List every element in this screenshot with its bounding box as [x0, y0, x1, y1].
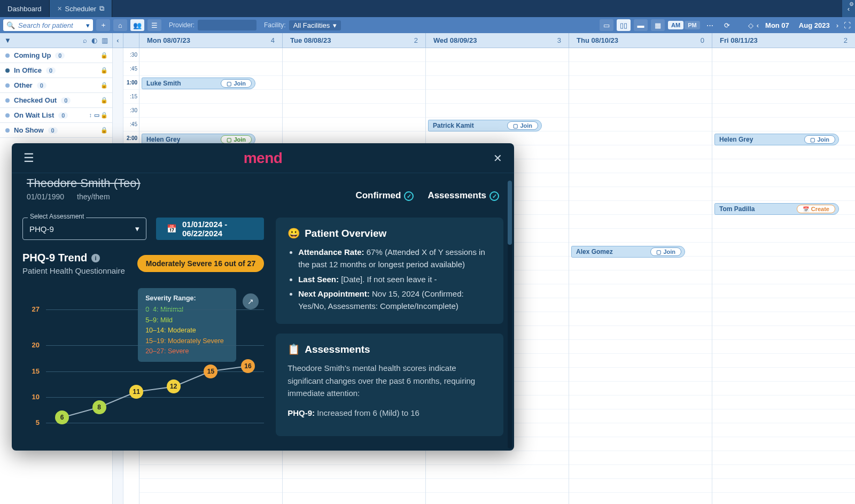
- appointment[interactable]: Tom Padilla 📅Create: [714, 203, 839, 215]
- funnel-icon[interactable]: ▼: [4, 36, 11, 44]
- chart-point[interactable]: 8: [92, 400, 106, 414]
- tab-scheduler[interactable]: ✕ Scheduler ⧉: [50, 0, 113, 17]
- sort-icon[interactable]: ◐: [91, 36, 97, 44]
- refresh-button[interactable]: ⟳: [720, 19, 734, 31]
- check-icon: ✓: [489, 191, 499, 201]
- y-tick-label: 27: [22, 305, 44, 313]
- day-column-thu[interactable]: Alex Gomez ▢Join: [569, 48, 712, 504]
- provider-select[interactable]: [198, 20, 256, 30]
- status-assessments: Assessments✓: [428, 190, 499, 201]
- lock-icon: 🔒: [100, 67, 108, 74]
- prev-icon[interactable]: ‹: [757, 21, 759, 29]
- scroll-right-icon[interactable]: ‹⚙: [842, 0, 855, 17]
- panel-title: Patient Overview: [305, 228, 386, 239]
- legend-item: 20–27: Severe: [145, 346, 229, 356]
- appt-name: Helen Grey: [146, 136, 180, 143]
- list-button[interactable]: ☰: [147, 19, 161, 31]
- assessment-select[interactable]: Select Assessment PHQ-9 ▾: [22, 218, 146, 240]
- chart-point[interactable]: 11: [129, 385, 143, 399]
- expand-icon[interactable]: ⛶: [844, 21, 851, 29]
- search-icon: 🔍: [6, 21, 15, 29]
- search-input[interactable]: 🔍 Search for patient ▾: [3, 19, 93, 31]
- time-column-header: [123, 33, 139, 48]
- popout-icon[interactable]: ⧉: [99, 4, 104, 13]
- sidebar-item-in-office[interactable]: In Office0🔒: [0, 63, 112, 78]
- modal-subheader: Theodore Smith (Teo) 01/01/1990 they/the…: [12, 173, 514, 209]
- appointment[interactable]: Patrick Kamit ▢Join: [428, 120, 542, 131]
- create-button[interactable]: 📅Create: [797, 205, 835, 213]
- ampm-toggle[interactable]: AM PM: [668, 21, 700, 29]
- share-button[interactable]: ↗: [243, 293, 259, 309]
- view-month-button[interactable]: ▦: [651, 19, 665, 31]
- day-header[interactable]: Wed 08/09/233: [426, 33, 569, 48]
- facility-value: All Facilities: [293, 21, 330, 29]
- facility-select[interactable]: All Facilities ▾: [289, 20, 341, 30]
- sidebar-item-label: No Show: [14, 126, 44, 134]
- modal-scrollbar[interactable]: [508, 181, 512, 448]
- day-column-fri[interactable]: Helen Grey ▢Join Tom Padilla 📅Create: [712, 48, 855, 504]
- pm-button[interactable]: PM: [685, 21, 700, 29]
- providers-button[interactable]: 👥: [130, 19, 144, 31]
- patient-dob: 01/01/1990: [27, 192, 64, 201]
- am-button[interactable]: AM: [668, 21, 683, 29]
- sidebar-item-label: Checked Out: [14, 96, 57, 104]
- date-range-button[interactable]: 📅 01/01/2024 - 06/22/2024: [156, 218, 264, 240]
- severity-badge: Moderately Severe 16 out of 27: [137, 255, 264, 272]
- day-header[interactable]: Mon 08/07/234: [139, 33, 283, 48]
- sidebar-item-coming-up[interactable]: Coming Up0🔒: [0, 48, 112, 63]
- view-compact-button[interactable]: ▬: [634, 19, 648, 31]
- view-week-button[interactable]: ▯▯: [617, 19, 631, 31]
- day-header[interactable]: Tue 08/08/232: [283, 33, 426, 48]
- filter-icon[interactable]: ▾: [86, 21, 90, 29]
- sidebar-item-other[interactable]: Other0🔒: [0, 78, 112, 93]
- collapse-sidebar-button[interactable]: ‹: [113, 33, 123, 48]
- close-icon[interactable]: ✕: [57, 5, 62, 12]
- legend-item: 0–4: Minimal: [145, 305, 229, 315]
- menu-icon[interactable]: ☰: [24, 151, 34, 165]
- more-button[interactable]: ⋯: [703, 19, 717, 31]
- modal-header: ☰ mend ✕: [12, 143, 514, 173]
- add-button[interactable]: ＋: [96, 19, 110, 31]
- legend-item: 5–9: Mild: [145, 315, 229, 325]
- today-icon[interactable]: ◇: [748, 21, 753, 29]
- home-button[interactable]: ⌂: [113, 19, 127, 31]
- columns-icon[interactable]: ▥: [102, 36, 108, 44]
- sidebar-item-count: 0: [37, 82, 46, 89]
- sidebar-item-wait-list[interactable]: On Wait List0↕▭🔒: [0, 108, 112, 123]
- next-icon[interactable]: ›: [836, 21, 838, 29]
- appointment[interactable]: Luke Smith ▢Join: [142, 77, 255, 89]
- date-month[interactable]: Aug 2023: [799, 21, 830, 29]
- chart-point[interactable]: 6: [55, 410, 69, 424]
- appointment[interactable]: Alex Gomez ▢Join: [571, 246, 685, 258]
- chart-point[interactable]: 15: [204, 365, 217, 378]
- date-day[interactable]: Mon 07: [765, 21, 789, 29]
- view-day-button[interactable]: ▭: [600, 19, 613, 31]
- swap-icon[interactable]: ↕: [89, 112, 92, 119]
- join-button[interactable]: ▢Join: [650, 247, 681, 256]
- close-icon[interactable]: ✕: [493, 152, 502, 165]
- phq9-chart: Severity Range: 0–4: Minimal 5–9: Mild 1…: [22, 288, 264, 448]
- day-header[interactable]: Thu 08/10/230: [569, 33, 712, 48]
- join-button[interactable]: ▢Join: [507, 121, 538, 130]
- info-icon[interactable]: i: [91, 254, 100, 262]
- chart-point[interactable]: 12: [167, 379, 181, 393]
- join-button[interactable]: ▢Join: [221, 79, 252, 88]
- time-label: :30: [123, 104, 139, 118]
- join-button[interactable]: ▢Join: [221, 135, 252, 144]
- sidebar-item-no-show[interactable]: No Show0🔒: [0, 123, 112, 138]
- status-confirmed: Confirmed✓: [355, 190, 414, 201]
- trend-subtitle: Patient Health Questionnaire: [22, 266, 125, 275]
- panel-title: Assessments: [305, 344, 370, 355]
- scrollbar-thumb[interactable]: [508, 181, 512, 245]
- tab-dashboard[interactable]: Dashboard: [0, 0, 50, 17]
- card-icon[interactable]: ▭: [94, 112, 99, 119]
- sidebar-item-checked-out[interactable]: Checked Out0🔒: [0, 93, 112, 108]
- video-icon: ▢: [513, 123, 518, 129]
- join-button[interactable]: ▢Join: [804, 135, 835, 144]
- legend-title: Severity Range:: [145, 293, 229, 304]
- chart-point[interactable]: 16: [241, 359, 255, 373]
- search-small-icon[interactable]: ⌕: [83, 36, 87, 44]
- day-header[interactable]: Fri 08/11/232: [712, 33, 855, 48]
- video-icon: ▢: [656, 249, 661, 255]
- appointment[interactable]: Helen Grey ▢Join: [714, 134, 839, 145]
